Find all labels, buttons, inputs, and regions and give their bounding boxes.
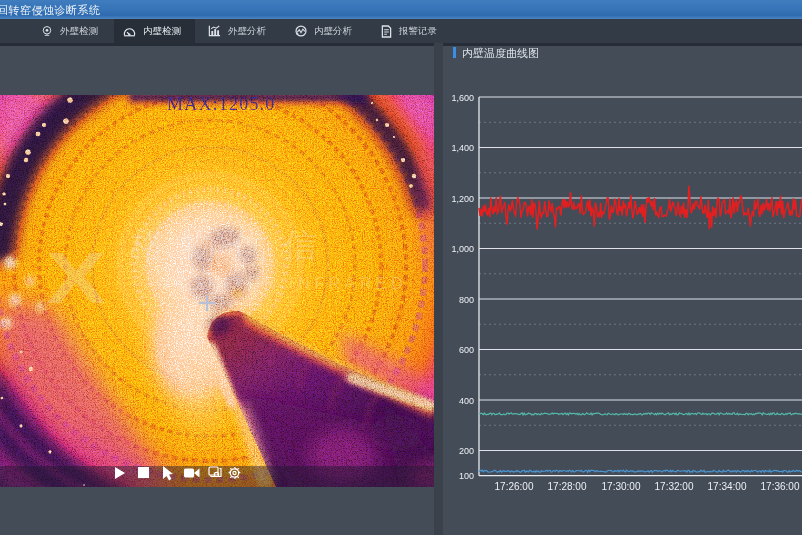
svg-text:17:28:00: 17:28:00 [548, 481, 587, 492]
svg-text:17:26:00: 17:26:00 [495, 481, 534, 492]
svg-text:1,000: 1,000 [451, 244, 474, 254]
svg-text:800: 800 [459, 295, 474, 305]
svg-text:1,400: 1,400 [451, 143, 474, 153]
svg-text:17:32:00: 17:32:00 [655, 481, 694, 492]
svg-text:1,600: 1,600 [451, 93, 474, 103]
svg-text:200: 200 [459, 446, 474, 456]
svg-text:17:34:00: 17:34:00 [708, 481, 747, 492]
svg-text:100: 100 [459, 471, 474, 481]
svg-text:17:30:00: 17:30:00 [602, 481, 641, 492]
svg-text:1,200: 1,200 [451, 194, 474, 204]
svg-text:400: 400 [459, 396, 474, 406]
svg-text:600: 600 [459, 345, 474, 355]
svg-text:17:36:00: 17:36:00 [761, 481, 800, 492]
